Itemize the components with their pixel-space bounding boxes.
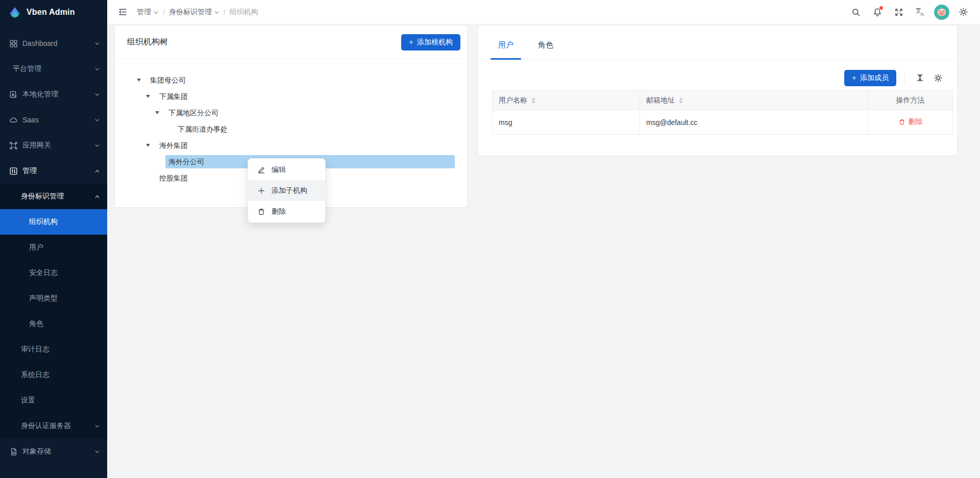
app-title: Vben Admin: [27, 8, 75, 17]
tree-node-sub-street-office[interactable]: 下属街道办事处: [115, 121, 455, 137]
sidebar-item-audit-log[interactable]: 审计日志: [0, 337, 107, 362]
search-icon[interactable]: [847, 4, 865, 21]
chevron-up-icon: [94, 168, 100, 174]
avatar[interactable]: [933, 4, 950, 21]
sidebar-item-object-storage[interactable]: 对象存储: [0, 439, 107, 464]
delete-member-button[interactable]: 删除: [898, 117, 923, 127]
gear-icon[interactable]: [954, 4, 972, 21]
panel-title: 组织机构树: [127, 37, 168, 47]
cell-actions: 删除: [868, 110, 953, 135]
breadcrumb-item[interactable]: 管理: [137, 8, 159, 17]
cell-user-name: msg: [493, 110, 640, 135]
chevron-down-icon: [94, 423, 100, 429]
tree-node-label: 下属集团: [156, 90, 455, 103]
column-header-action: 操作方法: [868, 91, 953, 110]
plus-icon: [257, 187, 265, 195]
tab-roles[interactable]: 角色: [530, 26, 561, 59]
chevron-down-icon: [94, 41, 100, 46]
tree-node-group-parent[interactable]: 集团母公司: [115, 72, 455, 88]
breadcrumb-item[interactable]: 身份标识管理: [169, 8, 219, 17]
column-header-email[interactable]: 邮箱地址: [640, 91, 868, 110]
column-header-name[interactable]: 用户名称: [493, 91, 640, 110]
sidebar-item-system-log[interactable]: 系统日志: [0, 362, 107, 388]
sidebar-item-label: Dashboard: [22, 39, 58, 47]
tree-expand-caret-icon[interactable]: [135, 79, 142, 82]
context-menu-item-delete[interactable]: 删除: [248, 201, 325, 222]
sidebar-item-gateway[interactable]: 应用网关: [0, 133, 107, 158]
sidebar-item-settings[interactable]: 设置: [0, 388, 107, 413]
chevron-down-icon: [94, 66, 100, 72]
org-tree-panel-header: 组织机构树 + 添加根机构: [115, 26, 467, 59]
row-height-icon[interactable]: [913, 71, 926, 85]
sidebar-item-label: 对象存储: [22, 447, 51, 456]
cell-user-email: msg@default.cc: [640, 110, 868, 135]
chevron-down-icon: [94, 92, 100, 97]
sidebar-menu: Dashboard平台管理本地化管理Saas应用网关管理身份标识管理组织机构用户…: [0, 24, 107, 464]
sidebar-item-label: 审计日志: [21, 345, 50, 354]
table-settings-gear-icon[interactable]: [932, 71, 945, 85]
add-member-button[interactable]: + 添加成员: [844, 70, 896, 86]
menu-fold-icon[interactable]: [115, 5, 130, 19]
sidebar-item-label: 系统日志: [21, 370, 50, 380]
tree-node-overseas-group[interactable]: 海外集团: [115, 137, 455, 154]
breadcrumb-item: 组织机构: [230, 8, 258, 17]
table-row: msgmsg@default.cc删除: [493, 110, 953, 135]
sidebar-item-auth-server[interactable]: 身份认证服务器: [0, 413, 107, 439]
sidebar-item-localization[interactable]: 本地化管理: [0, 82, 107, 107]
tree-expand-caret-icon[interactable]: [144, 144, 152, 147]
tab-users[interactable]: 用户: [491, 26, 521, 59]
sidebar-item-label: Saas: [22, 116, 39, 124]
sort-carets-icon[interactable]: [679, 97, 683, 104]
sidebar-item-claim-types[interactable]: 声明类型: [0, 286, 107, 311]
tree-expand-caret-icon[interactable]: [154, 111, 161, 114]
chevron-down-icon: [94, 143, 100, 148]
members-panel: 用户角色 + 添加成员 用户名称邮箱地址操作方法 msgmsg@default.…: [478, 25, 958, 156]
fullscreen-icon[interactable]: [890, 4, 908, 21]
context-menu-item-edit[interactable]: 编辑: [248, 159, 325, 180]
sidebar: Vben Admin Dashboard平台管理本地化管理Saas应用网关管理身…: [0, 0, 107, 478]
chevron-up-icon: [94, 194, 100, 199]
toolbar-divider: [904, 73, 905, 83]
sidebar-item-manage[interactable]: 管理: [0, 158, 107, 184]
sidebar-item-label: 管理: [22, 166, 37, 175]
sidebar-item-platform[interactable]: 平台管理: [0, 56, 107, 82]
chevron-down-icon: [94, 117, 100, 123]
sidebar-item-users[interactable]: 用户: [0, 235, 107, 260]
breadcrumb-label: 管理: [137, 8, 151, 17]
sidebar-item-security-log[interactable]: 安全日志: [0, 260, 107, 286]
trash-icon: [898, 118, 905, 125]
sidebar-item-roles[interactable]: 角色: [0, 311, 107, 337]
column-header-inner: 邮箱地址: [646, 96, 683, 105]
sidebar-item-dashboard[interactable]: Dashboard: [0, 31, 107, 56]
sidebar-item-organization[interactable]: 组织机构: [0, 209, 107, 235]
svg-text:A: A: [920, 11, 924, 17]
tree-context-menu: 编辑添加子机构删除: [248, 158, 326, 223]
column-header-inner: 操作方法: [896, 96, 925, 105]
tree-node-sub-group[interactable]: 下属集团: [115, 88, 455, 105]
sidebar-item-saas[interactable]: Saas: [0, 107, 107, 133]
storage-icon: [9, 447, 18, 456]
plus-icon: +: [852, 74, 856, 82]
sidebar-item-label: 用户: [29, 243, 43, 252]
chevron-down-icon: [214, 10, 219, 15]
tree-node-sub-region-branch[interactable]: 下属地区分公司: [115, 105, 455, 121]
members-table-body: msgmsg@default.cc删除: [493, 110, 953, 135]
notification-badge: [879, 6, 883, 10]
sidebar-item-label: 应用网关: [22, 141, 51, 150]
add-root-org-button[interactable]: + 添加根机构: [401, 34, 460, 51]
tree-node-label: 集团母公司: [147, 73, 455, 87]
saas-icon: [9, 116, 18, 124]
members-toolbar: + 添加成员: [478, 60, 957, 89]
translate-icon[interactable]: 文A: [912, 4, 929, 21]
logo[interactable]: Vben Admin: [0, 0, 107, 24]
context-menu-label: 删除: [272, 207, 286, 216]
context-menu-item-add-child[interactable]: 添加子机构: [248, 180, 325, 201]
tree-expand-caret-icon[interactable]: [144, 95, 152, 98]
chevron-down-icon: [94, 449, 100, 455]
sidebar-item-label: 角色: [29, 319, 43, 329]
sidebar-item-label: 声明类型: [29, 294, 58, 303]
bell-icon[interactable]: [869, 4, 886, 21]
column-header-label: 操作方法: [896, 96, 925, 105]
sidebar-item-identity[interactable]: 身份标识管理: [0, 184, 107, 209]
sort-carets-icon[interactable]: [531, 97, 535, 104]
